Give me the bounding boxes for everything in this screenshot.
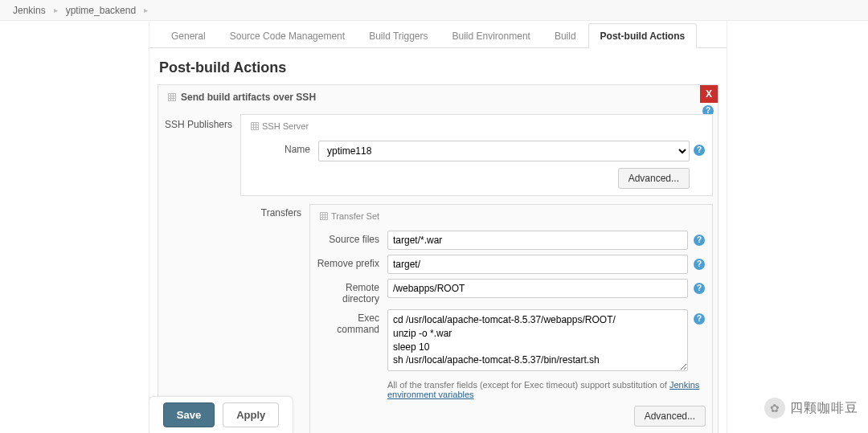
tab-build-triggers[interactable]: Build Triggers — [357, 23, 440, 48]
wechat-icon: ✿ — [764, 398, 785, 419]
tab-build[interactable]: Build — [542, 23, 588, 48]
exec-command-textarea[interactable]: cd /usr/local/apache-tomcat-8.5.37/webap… — [387, 309, 688, 371]
drag-handle-icon[interactable] — [320, 212, 328, 220]
save-button[interactable]: Save — [163, 402, 215, 427]
help-icon[interactable] — [693, 144, 706, 157]
transfers-panel: Transfer Set Source files — [309, 204, 713, 433]
help-icon[interactable] — [693, 312, 706, 325]
tab-build-env[interactable]: Build Environment — [440, 23, 542, 48]
close-icon[interactable]: X — [700, 85, 718, 103]
chevron-right-icon: ▸ — [144, 6, 148, 14]
block-title[interactable]: Send build artifacts over SSH — [158, 85, 718, 109]
watermark-text: 四颗咖啡豆 — [790, 400, 858, 417]
apply-button[interactable]: Apply — [223, 402, 279, 427]
ssh-server-advanced-button[interactable]: Advanced... — [618, 168, 690, 189]
remove-prefix-label: Remove prefix — [317, 255, 387, 269]
watermark: ✿ 四颗咖啡豆 — [764, 398, 858, 419]
help-icon[interactable] — [693, 234, 706, 247]
drag-handle-icon[interactable] — [251, 122, 259, 130]
drag-handle-icon[interactable] — [168, 93, 176, 101]
block-title-label: Send build artifacts over SSH — [181, 92, 316, 103]
transfer-set-legend: Transfer Set — [317, 211, 706, 226]
source-files-input[interactable] — [387, 231, 688, 250]
breadcrumb-item-jenkins[interactable]: Jenkins — [13, 5, 46, 16]
help-icon[interactable] — [693, 258, 706, 271]
name-label: Name — [248, 141, 318, 155]
exec-command-label: Exec command — [317, 309, 387, 335]
remove-prefix-input[interactable] — [387, 255, 688, 274]
config-panel: General Source Code Management Build Tri… — [149, 21, 727, 433]
tab-general[interactable]: General — [159, 23, 218, 48]
breadcrumb: Jenkins ▸ yptime_backend ▸ — [0, 0, 868, 21]
section-title: Post-build Actions — [149, 48, 727, 84]
source-files-label: Source files — [317, 231, 387, 245]
ssh-publish-block: X Send build artifacts over SSH SSH Publ… — [158, 84, 719, 433]
save-apply-bar: Save Apply — [149, 396, 293, 433]
transfer-advanced-button[interactable]: Advanced... — [634, 406, 706, 427]
tab-scm[interactable]: Source Code Management — [218, 23, 357, 48]
chevron-right-icon: ▸ — [54, 6, 58, 14]
ssh-server-name-select[interactable]: yptime118 — [318, 141, 690, 161]
ssh-server-panel: SSH Server Name yptime118 — [240, 114, 713, 196]
tab-post-build[interactable]: Post-build Actions — [588, 23, 698, 48]
remote-dir-input[interactable] — [387, 279, 688, 298]
ssh-publishers-label: SSH Publishers — [163, 114, 240, 130]
config-tabs: General Source Code Management Build Tri… — [149, 21, 727, 48]
transfer-hint: All of the transfer fields (except for E… — [387, 380, 706, 399]
breadcrumb-item-project[interactable]: yptime_backend — [66, 5, 136, 16]
remote-dir-label: Remote directory — [317, 279, 387, 304]
help-icon[interactable] — [693, 282, 706, 295]
ssh-server-legend: SSH Server — [248, 121, 690, 136]
transfers-label: Transfers — [240, 204, 309, 219]
